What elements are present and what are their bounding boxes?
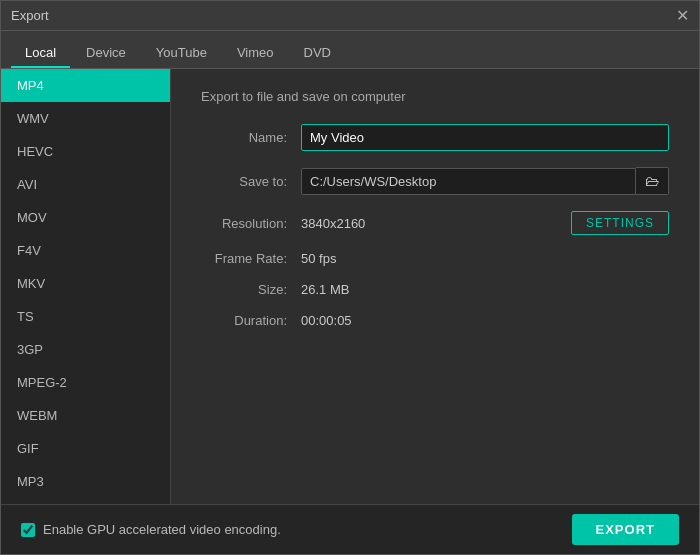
save-to-row: Save to: 🗁	[201, 167, 669, 195]
save-to-label: Save to:	[201, 174, 301, 189]
sidebar-item-gif[interactable]: GIF	[1, 432, 170, 465]
name-label: Name:	[201, 130, 301, 145]
sidebar-item-3gp[interactable]: 3GP	[1, 333, 170, 366]
name-input[interactable]	[301, 124, 669, 151]
gpu-label-text: Enable GPU accelerated video encoding.	[43, 522, 281, 537]
sidebar-item-mp3[interactable]: MP3	[1, 465, 170, 498]
size-control: 26.1 MB	[301, 282, 669, 297]
footer: Enable GPU accelerated video encoding. E…	[1, 504, 699, 554]
sidebar-item-f4v[interactable]: F4V	[1, 234, 170, 267]
size-row: Size: 26.1 MB	[201, 282, 669, 297]
export-window: Export ✕ Local Device YouTube Vimeo DVD …	[0, 0, 700, 555]
sidebar-item-avi[interactable]: AVI	[1, 168, 170, 201]
content-area: MP4 WMV HEVC AVI MOV F4V MKV TS 3GP MPEG…	[1, 69, 699, 504]
sidebar-item-webm[interactable]: WEBM	[1, 399, 170, 432]
sidebar-item-wmv[interactable]: WMV	[1, 102, 170, 135]
close-icon[interactable]: ✕	[676, 8, 689, 24]
frame-rate-value: 50 fps	[301, 251, 336, 266]
window-title: Export	[11, 8, 49, 23]
tab-device[interactable]: Device	[72, 39, 140, 68]
save-to-control: 🗁	[301, 167, 669, 195]
tab-local[interactable]: Local	[11, 39, 70, 68]
tab-dvd[interactable]: DVD	[290, 39, 345, 68]
duration-row: Duration: 00:00:05	[201, 313, 669, 328]
sidebar-item-hevc[interactable]: HEVC	[1, 135, 170, 168]
resolution-value: 3840x2160	[301, 216, 571, 231]
main-panel: Export to file and save on computer Name…	[171, 69, 699, 504]
tab-bar: Local Device YouTube Vimeo DVD	[1, 31, 699, 69]
tab-vimeo[interactable]: Vimeo	[223, 39, 288, 68]
duration-control: 00:00:05	[301, 313, 669, 328]
size-value: 26.1 MB	[301, 282, 349, 297]
format-sidebar: MP4 WMV HEVC AVI MOV F4V MKV TS 3GP MPEG…	[1, 69, 171, 504]
frame-rate-label: Frame Rate:	[201, 251, 301, 266]
folder-button[interactable]: 🗁	[636, 167, 669, 195]
sidebar-item-mp4[interactable]: MP4	[1, 69, 170, 102]
name-row: Name:	[201, 124, 669, 151]
gpu-checkbox-label[interactable]: Enable GPU accelerated video encoding.	[21, 522, 281, 537]
resolution-control: 3840x2160 SETTINGS	[301, 211, 669, 235]
settings-button[interactable]: SETTINGS	[571, 211, 669, 235]
sidebar-item-mkv[interactable]: MKV	[1, 267, 170, 300]
tab-youtube[interactable]: YouTube	[142, 39, 221, 68]
gpu-checkbox[interactable]	[21, 523, 35, 537]
section-title: Export to file and save on computer	[201, 89, 669, 104]
sidebar-item-mov[interactable]: MOV	[1, 201, 170, 234]
duration-value: 00:00:05	[301, 313, 352, 328]
title-bar: Export ✕	[1, 1, 699, 31]
sidebar-item-mpeg2[interactable]: MPEG-2	[1, 366, 170, 399]
name-control	[301, 124, 669, 151]
resolution-label: Resolution:	[201, 216, 301, 231]
save-to-input[interactable]	[301, 168, 636, 195]
duration-label: Duration:	[201, 313, 301, 328]
export-button[interactable]: EXPORT	[572, 514, 679, 545]
frame-rate-row: Frame Rate: 50 fps	[201, 251, 669, 266]
frame-rate-control: 50 fps	[301, 251, 669, 266]
resolution-row: Resolution: 3840x2160 SETTINGS	[201, 211, 669, 235]
sidebar-item-ts[interactable]: TS	[1, 300, 170, 333]
size-label: Size:	[201, 282, 301, 297]
